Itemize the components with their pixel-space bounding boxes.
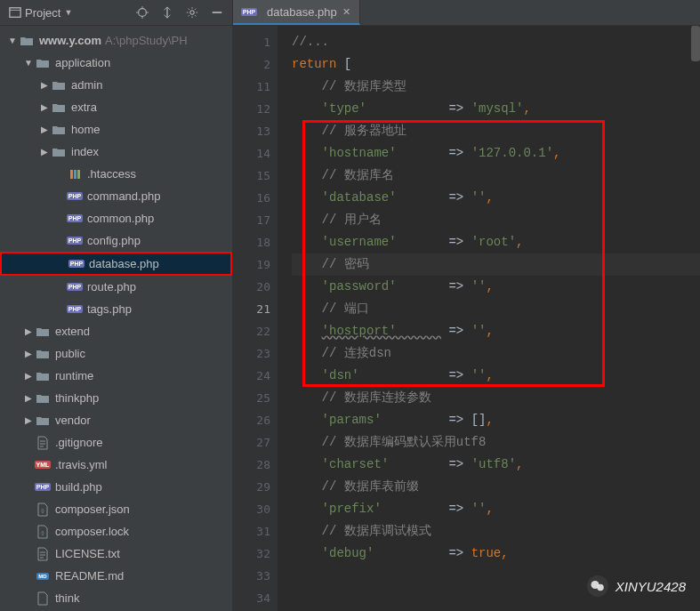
htaccess-icon [68,167,82,181]
project-dropdown[interactable]: Project ▼ [5,4,76,21]
chevron-down-icon: ▼ [21,58,36,68]
tree-folder-application[interactable]: ▼ application [0,52,232,74]
svg-point-19 [597,584,604,591]
folder-icon [36,369,50,383]
text-file-icon [36,547,50,561]
window-icon [9,6,21,19]
chevron-right-icon: ▶ [37,147,52,157]
collapse-button[interactable] [157,4,177,20]
tree-file-common[interactable]: ▶PHPcommon.php [0,207,232,229]
editor-pane: PHP database.php ✕ 121112131415161718192… [233,0,700,611]
tree-folder-runtime[interactable]: ▶runtime [0,365,232,387]
watermark: XINYU2428 [587,575,686,597]
tree-folder-public[interactable]: ▶public [0,342,232,365]
tree-item-label: build.php [55,480,102,494]
folder-icon [20,34,34,48]
sidebar-toolbar: Project ▼ [0,0,232,26]
tree-item-label: think [55,591,79,605]
tab-label: database.php [267,5,337,19]
tree-folder-vendor[interactable]: ▶vendor [0,409,232,431]
json-icon: {} [36,525,50,539]
tree-item-label: extend [55,325,90,338]
tree-item-label: extra [71,100,97,114]
tree-item-label: common.php [87,212,154,225]
php-icon: PHP [68,234,82,248]
tree-file-tags[interactable]: ▶PHPtags.php [0,298,232,320]
collapse-icon [161,6,173,19]
php-icon: PHP [36,480,50,494]
tree-file-gitignore[interactable]: ▶.gitignore [0,431,232,454]
wechat-icon [587,575,608,597]
php-icon: PHP [68,302,82,317]
file-tree[interactable]: ▼ www.y.com A:\phpStudy\PH ▼ application… [0,26,232,611]
settings-button[interactable] [182,4,202,20]
tree-item-label: command.php [87,189,160,203]
tree-folder-home[interactable]: ▶home [0,118,232,141]
chevron-down-icon: ▼ [64,8,72,17]
target-icon [136,6,149,19]
chevron-right-icon: ▶ [37,125,52,134]
tree-root-label: www.y.com [39,34,101,47]
chevron-right-icon: ▶ [21,326,36,336]
folder-icon [52,123,66,137]
tree-item-label: composer.lock [55,525,129,538]
project-label: Project [25,6,60,20]
php-icon: PHP [68,212,82,226]
svg-rect-0 [10,8,20,18]
tree-item-label: .travis.yml [55,458,108,471]
code-editor[interactable]: 1211121314151617181920212223242526272829… [233,26,700,611]
tree-file-license[interactable]: ▶LICENSE.txt [0,543,232,565]
chevron-right-icon: ▶ [37,80,52,90]
tree-item-label: index [71,145,99,158]
tree-file-build[interactable]: ▶PHPbuild.php [0,476,232,498]
tree-file-config[interactable]: ▶PHPconfig.php [0,229,232,252]
tree-file-travis[interactable]: ▶YML.travis.yml [0,454,232,476]
minimize-button[interactable] [207,4,227,20]
yml-icon: YML [36,458,50,472]
tree-item-label: thinkphp [55,391,99,405]
tree-item-label: composer.json [55,502,130,516]
minimize-icon [211,6,223,19]
tree-file-readme[interactable]: ▶MDREADME.md [0,565,232,587]
tree-item-label: LICENSE.txt [55,547,120,560]
tree-file-think[interactable]: ▶think [0,587,232,609]
text-file-icon [36,591,50,606]
tree-folder-extend[interactable]: ▶extend [0,320,232,342]
tree-folder-admin[interactable]: ▶admin [0,74,232,96]
json-icon: {} [36,502,50,517]
tree-folder-index[interactable]: ▶index [0,141,232,163]
tree-file-composer-json[interactable]: ▶{}composer.json [0,498,232,520]
editor-tabs: PHP database.php ✕ [233,0,700,26]
tree-item-label: database.php [89,257,159,270]
tree-item-label: README.md [55,569,124,583]
svg-text:{}: {} [41,530,44,535]
code-content[interactable]: //...return [ // 数据库类型 'type' => 'mysql'… [278,26,700,611]
watermark-text: XINYU2428 [616,579,686,594]
tree-file-composer-lock[interactable]: ▶{}composer.lock [0,520,232,543]
tree-item-label: application [55,56,110,69]
target-button[interactable] [133,4,152,20]
tree-file-htaccess[interactable]: ▶.htaccess [0,163,232,185]
gear-icon [186,6,198,19]
tree-item-label: admin [71,78,102,92]
tree-item-label: config.php [87,234,141,247]
tree-file-database[interactable]: ▶PHPdatabase.php [0,252,232,276]
tree-item-label: route.php [87,280,136,293]
tree-root-path: A:\phpStudy\PH [105,34,188,47]
close-icon[interactable]: ✕ [342,6,350,18]
tree-folder-thinkphp[interactable]: ▶thinkphp [0,387,232,409]
folder-icon [52,100,66,115]
tree-file-command[interactable]: ▶PHPcommand.php [0,185,232,207]
tree-root[interactable]: ▼ www.y.com A:\phpStudy\PH [0,29,232,52]
folder-icon [36,56,50,70]
tree-item-label: vendor [55,414,91,427]
tree-file-route[interactable]: ▶PHProute.php [0,276,232,298]
php-icon: PHP [68,280,82,294]
svg-point-2 [139,9,147,17]
tree-folder-extra[interactable]: ▶extra [0,96,232,118]
chevron-down-icon: ▼ [5,36,20,45]
tab-database[interactable]: PHP database.php ✕ [233,0,360,25]
tree-item-label: public [55,347,85,360]
tree-item-label: home [71,123,101,136]
gutter: 1211121314151617181920212223242526272829… [233,26,278,611]
